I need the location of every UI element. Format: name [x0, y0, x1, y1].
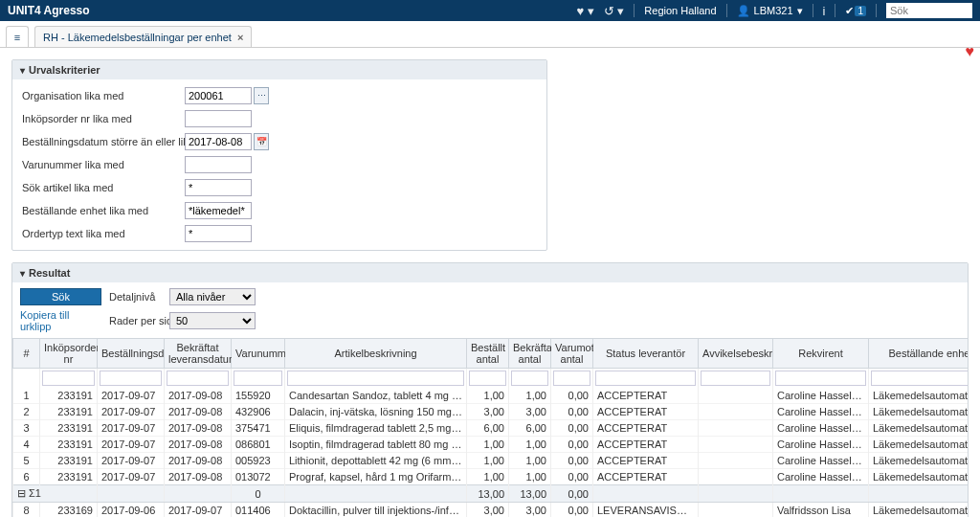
main-menu-button[interactable]: ≡ [6, 26, 29, 47]
user-menu[interactable]: 👤 LBM321 ▾ [737, 5, 803, 17]
tab-report[interactable]: RH - Läkemedelsbeställningar per enhet × [34, 26, 252, 47]
filter-enhet[interactable] [871, 371, 968, 386]
collapse-icon: ▾ [20, 65, 25, 76]
table-row[interactable]: 62331912017-09-072017-09-08 013072Progra… [13, 469, 969, 485]
input-ordertyp[interactable] [185, 225, 252, 242]
col-order[interactable]: Inköpsorder nr [40, 339, 98, 369]
col-varunr[interactable]: Varunummer [232, 339, 285, 369]
label-varunr: Varunummer lika med [22, 159, 185, 170]
input-org[interactable] [185, 87, 252, 104]
topbar-right: ♥ ▾ ↺ ▾ Region Halland 👤 LBM321 ▾ i ✔1 [576, 3, 972, 18]
label-org: Organisation lika med [22, 90, 185, 101]
result-toolbar: Sök Detaljnivå Alla nivåer Kopiera till … [12, 282, 968, 338]
lookup-org-button[interactable]: ⋯ [254, 87, 269, 104]
table-row[interactable]: 82331692017-09-062017-09-07 011406Doktac… [13, 503, 969, 518]
label-sokartikel: Sök artikel lika med [22, 182, 185, 193]
table-row[interactable]: 12331912017-09-072017-09-08 155920Candes… [13, 388, 969, 404]
filter-row [13, 369, 969, 389]
result-table: # Inköpsorder nr Beställningsdatum Bekrä… [12, 338, 968, 517]
col-bekrantal[interactable]: Bekräftat antal [509, 339, 551, 369]
search-button[interactable]: Sök [20, 288, 101, 305]
region-label: Region Halland [644, 5, 716, 16]
table-row[interactable]: 22331912017-09-072017-09-08 432906Dalaci… [13, 404, 969, 420]
favorites-icon[interactable]: ♥ ▾ [576, 4, 593, 18]
filter-bekrantal[interactable] [511, 371, 548, 386]
topbar: UNIT4 Agresso ♥ ▾ ↺ ▾ Region Halland 👤 L… [0, 0, 980, 21]
detail-level-select[interactable]: Alla nivåer [169, 288, 256, 305]
input-inkop[interactable] [185, 110, 252, 127]
chevron-down-icon: ▾ [797, 5, 803, 17]
table-header: # Inköpsorder nr Beställningsdatum Bekrä… [13, 339, 969, 389]
filter-bekrdatum[interactable] [167, 371, 229, 386]
close-icon[interactable]: × [237, 32, 243, 43]
criteria-header[interactable]: ▾ Urvalskriterier [12, 60, 546, 79]
detail-label: Detaljnivå [109, 291, 162, 303]
label-ordertyp: Ordertyp text lika med [22, 228, 185, 239]
result-title: Resultat [29, 267, 70, 279]
filter-rekvirent[interactable] [775, 371, 866, 386]
criteria-title: Urvalskriterier [29, 64, 100, 76]
global-search-input[interactable] [886, 3, 972, 18]
favorite-heart-icon[interactable]: ♥ [966, 43, 975, 60]
criteria-panel: ▾ Urvalskriterier Organisation lika med … [11, 59, 547, 251]
col-bestantal[interactable]: Beställt antal [467, 339, 509, 369]
table-row[interactable]: 32331912017-09-072017-09-08 375471Eliqui… [13, 420, 969, 437]
notifications-button[interactable]: ✔1 [845, 5, 866, 17]
input-bestdatum[interactable] [185, 133, 252, 150]
label-bestenhet: Beställande enhet lika med [22, 205, 185, 216]
label-inkop: Inköpsorder nr lika med [22, 113, 185, 124]
col-enhet[interactable]: Beställande enhet [869, 339, 969, 369]
table-body: 12331912017-09-072017-09-08 155920Candes… [13, 388, 969, 517]
info-icon[interactable]: i [823, 4, 826, 18]
col-rekvirent[interactable]: Rekvirent [773, 339, 869, 369]
input-varunr[interactable] [185, 156, 252, 173]
sum-row: ⊟ Σ1 013,0013,00 0,00 [13, 485, 969, 503]
filter-varunr[interactable] [234, 371, 282, 386]
col-bekrdatum[interactable]: Bekräftat leveransdatum [165, 339, 232, 369]
rows-per-page-label: Rader per sida [109, 315, 162, 326]
history-icon[interactable]: ↺ ▾ [604, 4, 625, 18]
col-artikel[interactable]: Artikelbeskrivning [285, 339, 467, 369]
brand: UNIT4 Agresso [8, 4, 90, 17]
copy-clipboard-link[interactable]: Kopiera till urklipp [20, 309, 101, 332]
tabbar: ≡ RH - Läkemedelsbeställningar per enhet… [0, 21, 980, 48]
filter-varumot[interactable] [553, 371, 590, 386]
table-row[interactable]: 52331912017-09-072017-09-08 005923Lithio… [13, 453, 969, 469]
tab-label: RH - Läkemedelsbeställningar per enhet [43, 32, 232, 43]
criteria-grid: Organisation lika med ⋯ Inköpsorder nr l… [12, 79, 546, 250]
filter-artikel[interactable] [287, 371, 464, 386]
user-name: LBM321 [754, 5, 793, 16]
table-row[interactable]: 42331912017-09-072017-09-08 086801Isopti… [13, 437, 969, 453]
filter-order[interactable] [42, 371, 95, 386]
user-icon: 👤 [737, 5, 750, 17]
filter-bestantal[interactable] [469, 371, 506, 386]
rows-per-page-select[interactable]: 50 [169, 312, 256, 329]
collapse-icon: ▾ [20, 268, 25, 279]
content: ▾ Urvalskriterier Organisation lika med … [0, 48, 980, 517]
calendar-button[interactable]: 📅 [254, 133, 269, 150]
col-bestdatum[interactable]: Beställningsdatum [98, 339, 165, 369]
input-sokartikel[interactable] [185, 179, 252, 196]
col-avvik[interactable]: Avvikelsebeskrivning [699, 339, 773, 369]
col-n[interactable]: # [13, 339, 40, 369]
col-status[interactable]: Status leverantör [593, 339, 699, 369]
col-varumot[interactable]: Varumottaget antal [551, 339, 593, 369]
label-bestdatum: Beställningsdatum större än eller lika m… [22, 136, 185, 147]
input-bestenhet[interactable] [185, 202, 252, 219]
result-header[interactable]: ▾ Resultat [12, 263, 968, 282]
filter-avvik[interactable] [701, 371, 770, 386]
filter-status[interactable] [595, 371, 696, 386]
result-table-wrap: # Inköpsorder nr Beställningsdatum Bekrä… [12, 338, 968, 517]
result-panel: ▾ Resultat Sök Detaljnivå Alla nivåer Ko… [11, 262, 969, 517]
filter-bestdatum[interactable] [100, 371, 162, 386]
